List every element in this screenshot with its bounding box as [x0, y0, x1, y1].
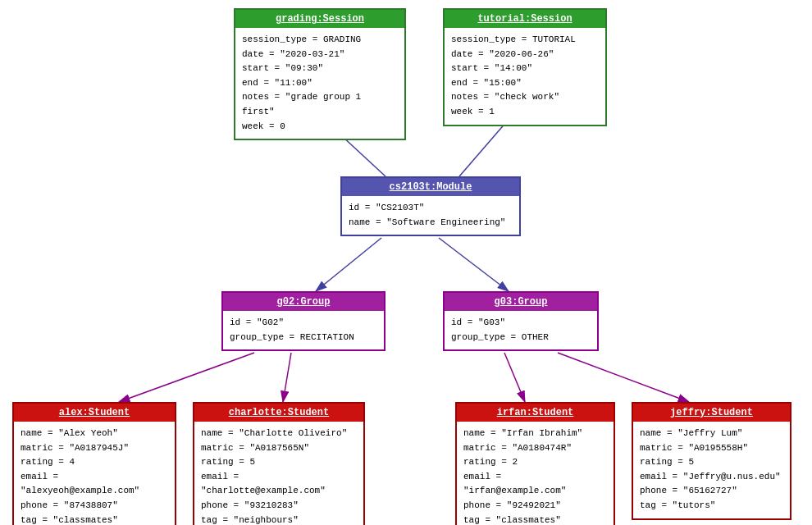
g03-body: id = "G03" group_type = OTHER: [445, 311, 597, 349]
g03-group-node: g03:Group id = "G03" group_type = OTHER: [443, 291, 599, 351]
irfan-header: irfan:Student: [457, 404, 614, 422]
g02-group-node: g02:Group id = "G02" group_type = RECITA…: [221, 291, 385, 351]
jeffry-body: name = "Jeffry Lum" matric = "A0195558H"…: [633, 422, 790, 518]
diagram-container: grading:Session session_type = GRADING d…: [0, 0, 812, 525]
module-node: cs2103t:Module id = "CS2103T" name = "So…: [340, 176, 521, 236]
tutorial-session-header: tutorial:Session: [445, 10, 605, 28]
charlotte-header: charlotte:Student: [194, 404, 363, 422]
svg-line-9: [558, 353, 689, 402]
alex-body: name = "Alex Yeoh" matric = "A0187945J" …: [14, 422, 175, 525]
svg-line-6: [119, 353, 254, 402]
tutorial-session-body: session_type = TUTORIAL date = "2020-06-…: [445, 28, 605, 125]
module-body: id = "CS2103T" name = "Software Engineer…: [342, 196, 519, 235]
jeffry-student-node: jeffry:Student name = "Jeffry Lum" matri…: [632, 402, 791, 520]
grading-session-body: session_type = GRADING date = "2020-03-2…: [235, 28, 404, 139]
alex-header: alex:Student: [14, 404, 175, 422]
svg-line-8: [504, 353, 525, 402]
g02-body: id = "G02" group_type = RECITATION: [223, 311, 384, 349]
jeffry-header: jeffry:Student: [633, 404, 790, 422]
svg-line-5: [439, 238, 509, 291]
charlotte-body: name = "Charlotte Oliveiro" matric = "A0…: [194, 422, 363, 525]
irfan-student-node: irfan:Student name = "Irfan Ibrahim" mat…: [455, 402, 615, 525]
grading-session-node: grading:Session session_type = GRADING d…: [234, 8, 406, 140]
g03-header: g03:Group: [445, 293, 597, 311]
svg-line-4: [316, 238, 381, 291]
alex-student-node: alex:Student name = "Alex Yeoh" matric =…: [12, 402, 176, 525]
g02-header: g02:Group: [223, 293, 384, 311]
charlotte-student-node: charlotte:Student name = "Charlotte Oliv…: [193, 402, 365, 525]
grading-session-header: grading:Session: [235, 10, 404, 28]
irfan-body: name = "Irfan Ibrahim" matric = "A018047…: [457, 422, 614, 525]
svg-line-7: [283, 353, 291, 402]
module-header: cs2103t:Module: [342, 178, 519, 196]
tutorial-session-node: tutorial:Session session_type = TUTORIAL…: [443, 8, 607, 126]
